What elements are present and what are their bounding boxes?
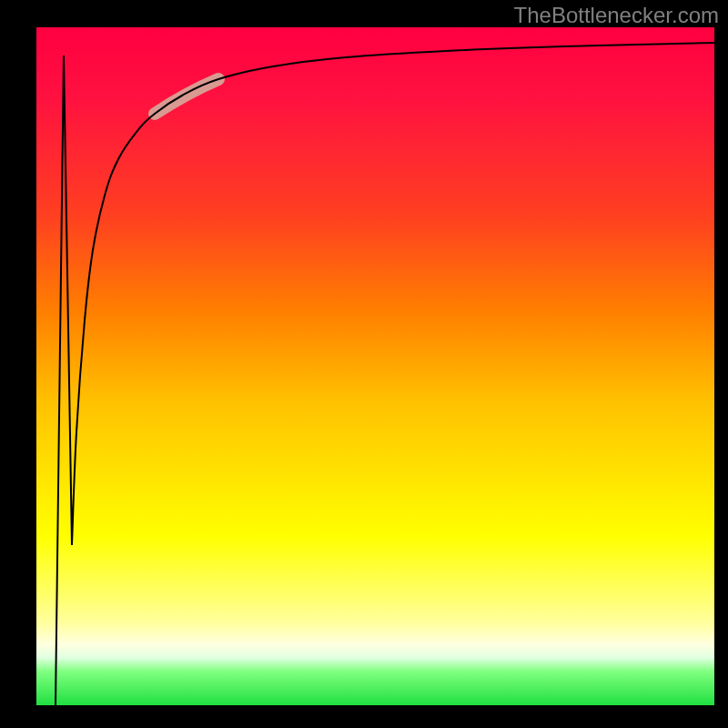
credit-label: TheBottlenecker.com	[514, 3, 719, 28]
plot-area	[36, 27, 714, 705]
chart-stage: TheBottlenecker.com	[0, 0, 728, 728]
curve-highlight-segment	[155, 79, 218, 114]
plot-svg	[36, 27, 714, 705]
performance-curve	[56, 43, 714, 705]
